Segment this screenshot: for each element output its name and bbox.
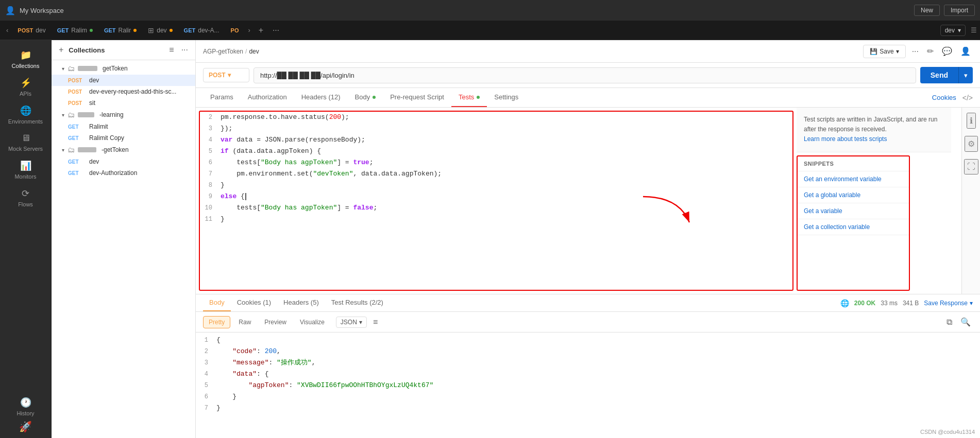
tab-monitor-icon: ⊞ [148, 26, 154, 34]
snippet-item-var[interactable]: Get a variable [798, 203, 909, 219]
tab-get-dev-a[interactable]: GET dev-A... [179, 24, 225, 37]
request-name: dev [89, 77, 191, 84]
tab-authorization[interactable]: Authorization [241, 88, 294, 107]
tree-item-get-ralimit[interactable]: GET Ralimit [52, 121, 195, 132]
content-area: 2 pm.response.to.have.status(200); 3 });… [196, 108, 980, 294]
sidebar-item-mock-servers[interactable]: 🖥 Mock Servers [0, 129, 51, 156]
tab-tests[interactable]: Tests [451, 88, 487, 107]
import-button[interactable]: Import [944, 5, 975, 16]
method-selector[interactable]: POST ▾ [203, 68, 249, 82]
tab-get-ralir[interactable]: GET Ralir [99, 24, 142, 37]
tab-pre-request[interactable]: Pre-request Script [383, 88, 451, 107]
menu-icon[interactable]: ☰ [971, 26, 977, 34]
filter-lines-icon[interactable]: ≡ [373, 318, 378, 327]
sidebar-item-label: Monitors [14, 173, 36, 180]
tree-folder-gettoken2[interactable]: ▾ 🗂 -getToken [52, 144, 195, 156]
filter-button[interactable]: ≡ [167, 44, 176, 56]
tab-get-dev-dot[interactable]: ⊞ dev [143, 24, 177, 37]
nav-next-icon[interactable]: › [245, 26, 254, 34]
right-side-panels: Test scripts are written in JavaScript, … [797, 108, 961, 294]
line-number: 2 [196, 346, 214, 357]
json-format-selector[interactable]: JSON ▾ [336, 317, 367, 328]
line-number: 11 [200, 214, 218, 225]
user-button[interactable]: 👤 [958, 44, 973, 58]
save-button[interactable]: 💾 Save ▾ [863, 45, 905, 58]
sidebar-item-flows[interactable]: ⟳ Flows [0, 184, 51, 212]
expand-icon-btn[interactable]: ⛶ [964, 159, 978, 174]
tree-item-get-dev[interactable]: GET dev [52, 156, 195, 167]
info-icon-btn[interactable]: ℹ [967, 113, 976, 129]
sidebar-item-collections[interactable]: 📁 Collections [0, 45, 51, 73]
tab-settings[interactable]: Settings [487, 88, 526, 107]
comment-button[interactable]: 💬 [940, 44, 954, 58]
tab-more-icon[interactable]: ⋯ [268, 24, 283, 36]
sidebar-item-apis[interactable]: ⚡ APIs [0, 73, 51, 101]
tab-body[interactable]: Body [348, 88, 383, 107]
code-view-icon[interactable]: </> [962, 94, 973, 102]
workspace-icon: 👤 [5, 6, 15, 15]
new-button[interactable]: New [914, 5, 940, 16]
snippet-item-global-var[interactable]: Get a global variable [798, 187, 909, 203]
tab-headers[interactable]: Headers (12) [294, 88, 348, 107]
apis-icon: ⚡ [20, 77, 31, 89]
breadcrumb-current: dev [249, 48, 259, 55]
tab-po[interactable]: PO [226, 25, 244, 36]
tab-params[interactable]: Params [203, 88, 241, 107]
response-tab-test-results[interactable]: Test Results (2/2) [325, 294, 390, 311]
panel-header: + Collections ≡ ··· [52, 40, 195, 60]
tree-item-post-dev-every[interactable]: POST dev-every-request-add-this-sc... [52, 86, 195, 97]
save-label: Save [880, 48, 893, 55]
rocket-icon-area[interactable]: 🚀 [19, 421, 32, 438]
save-response-button[interactable]: Save Response ▾ [924, 300, 973, 307]
code-content: "code": 200, [214, 346, 980, 357]
search-button[interactable]: 🔍 [958, 315, 973, 329]
sidebar-item-label: Flows [18, 201, 33, 207]
url-input[interactable] [254, 67, 916, 83]
send-dropdown-button[interactable]: ▾ [958, 67, 973, 83]
tab-label: Authorization [248, 93, 287, 101]
tree-item-post-dev[interactable]: POST dev [52, 75, 195, 86]
tab-post-dev[interactable]: POST dev [12, 24, 50, 37]
edit-button[interactable]: ✏ [925, 44, 936, 58]
right-icon-bar: ℹ ⚙ ⛶ [961, 108, 980, 294]
tree-folder-gettoken[interactable]: ▾ 🗂 getToken [52, 62, 195, 75]
sidebar-item-environments[interactable]: 🌐 Environments [0, 101, 51, 129]
copy-button[interactable]: ⧉ [944, 316, 954, 329]
cookies-button[interactable]: Cookies [932, 94, 956, 101]
tree-folder-learning[interactable]: ▾ 🗂 -learning [52, 109, 195, 121]
sidebar-item-history[interactable]: 🕐 History [0, 393, 51, 421]
info-panel: Test scripts are written in JavaScript, … [797, 108, 951, 152]
line-number: 10 [200, 202, 218, 214]
breadcrumb-parent: AGP-getToken [203, 48, 243, 55]
response-area: Body Cookies (1) Headers (5) Test Result… [196, 294, 980, 438]
tree-item-post-sit[interactable]: POST sit [52, 97, 195, 109]
nav-prev-icon[interactable]: ‹ [3, 26, 11, 34]
tab-get-ralim1[interactable]: GET Ralim [52, 24, 98, 37]
format-tab-pretty[interactable]: Pretty [203, 316, 230, 328]
snippet-item-collection-var[interactable]: Get a collection variable [798, 219, 909, 235]
method-badge: GET [68, 159, 86, 165]
snippet-item-env-var[interactable]: Get an environment variable [798, 171, 909, 187]
format-tab-visualize[interactable]: Visualize [295, 317, 330, 328]
workspace-name: My Workspace [20, 7, 64, 14]
learn-more-link[interactable]: Learn more about tests scripts [804, 135, 887, 143]
tab-add-icon[interactable]: + [255, 24, 267, 37]
response-tab-headers[interactable]: Headers (5) [277, 294, 325, 311]
env-selector[interactable]: dev ▾ [940, 25, 966, 36]
more-options-button[interactable]: ··· [910, 45, 921, 58]
send-button[interactable]: Send [920, 67, 958, 83]
response-tab-cookies[interactable]: Cookies (1) [231, 294, 277, 311]
format-tab-preview[interactable]: Preview [259, 317, 292, 328]
code-editor[interactable]: 2 pm.response.to.have.status(200); 3 });… [199, 111, 793, 291]
settings-icon-btn[interactable]: ⚙ [965, 136, 978, 152]
folder-name: getToken [103, 65, 128, 72]
sidebar-item-monitors[interactable]: 📊 Monitors [0, 156, 51, 184]
add-collection-button[interactable]: + [57, 44, 65, 56]
tree-item-get-dev-auth[interactable]: GET dev-Authorization [52, 167, 195, 179]
format-tab-raw[interactable]: Raw [233, 317, 256, 328]
blur-label [78, 147, 96, 152]
tree-item-get-ralimit-copy[interactable]: GET Ralimit Copy [52, 132, 195, 144]
more-button[interactable]: ··· [179, 44, 190, 56]
format-bar: Pretty Raw Preview Visualize JSON ▾ ≡ ⧉ … [196, 312, 980, 332]
response-tab-body[interactable]: Body [203, 294, 231, 311]
